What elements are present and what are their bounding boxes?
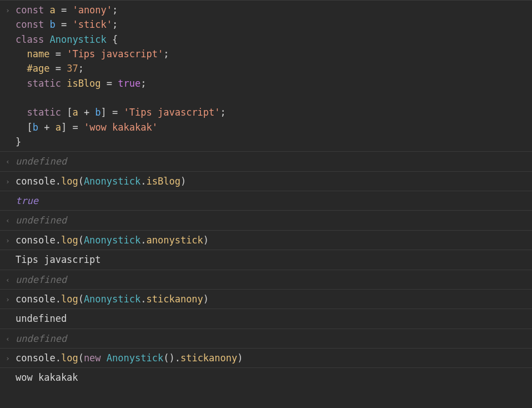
log-fn: log [61, 352, 78, 364]
undefined-output: undefined [16, 331, 532, 346]
var-b: b [95, 107, 101, 118]
keyword-static: static [27, 107, 61, 118]
paren-close: ) [203, 293, 209, 305]
prop-isblog: isBlog [146, 176, 180, 187]
console-output-row: ‹ undefined [0, 151, 532, 171]
console-input-row[interactable]: › console.log(Anonystick.stickanony) [0, 289, 532, 309]
class-ref: Anonystick [84, 176, 140, 187]
blank-gutter [0, 311, 16, 314]
string-literal: 'anony' [72, 4, 112, 16]
keyword-const: const [16, 4, 44, 16]
class-name: Anonystick [49, 34, 106, 45]
code-block: const a = 'anony'; const b = 'stick'; cl… [16, 3, 532, 149]
output-icon: ‹ [0, 331, 16, 345]
console-log-output: true [0, 191, 532, 210]
class-ref: Anonystick [84, 293, 140, 305]
var-a: a [49, 4, 55, 16]
dot: . [56, 293, 61, 305]
plus-op: + [38, 122, 56, 133]
output-icon: ‹ [0, 272, 16, 286]
code-line: console.log(Anonystick.isBlog) [16, 174, 532, 188]
console-input-row[interactable]: › const a = 'anony'; const b = 'stick'; … [0, 0, 532, 151]
console-output-row: ‹ undefined [0, 210, 532, 230]
input-prompt-icon: › [0, 174, 16, 187]
blank-gutter [0, 370, 16, 372]
dot: . [56, 235, 61, 246]
keyword-static: static [27, 78, 61, 89]
console-log-output: Tips javascript [0, 250, 532, 269]
code-line: console.log(Anonystick.stickanony) [16, 292, 532, 306]
paren-open: ( [78, 235, 84, 246]
string-literal: 'Tips javascript' [67, 48, 163, 59]
console-input-row[interactable]: › console.log(new Anonystick().stickanon… [0, 348, 532, 367]
console-obj: console [16, 352, 56, 364]
prop-anonystick: anonystick [146, 235, 203, 246]
log-fn: log [61, 293, 78, 305]
console-input-row[interactable]: › console.log(Anonystick.anonystick) [0, 230, 532, 250]
dot: . [56, 176, 61, 187]
code-line: console.log(Anonystick.anonystick) [16, 233, 532, 247]
bracket-open: [ [27, 122, 32, 133]
string-output: wow kakakak [16, 370, 532, 385]
bool-literal: true [118, 78, 140, 89]
semicolon: ; [140, 78, 146, 89]
undefined-output: undefined [16, 272, 532, 287]
undefined-output: undefined [16, 154, 532, 168]
log-fn: log [61, 235, 78, 246]
number-literal: 37 [67, 63, 78, 74]
output-icon: ‹ [0, 213, 16, 226]
input-prompt-icon: › [0, 292, 16, 305]
space [101, 352, 107, 364]
class-ref: Anonystick [84, 235, 140, 246]
paren-open: ( [78, 176, 84, 187]
input-prompt-icon: › [0, 233, 16, 246]
prop-stickanony: stickanony [146, 293, 203, 305]
dot: . [140, 176, 146, 187]
string-output: Tips javascript [16, 252, 532, 267]
semicolon: ; [78, 63, 84, 74]
dot: . [56, 352, 61, 364]
paren-close: ) [180, 176, 186, 187]
assign-op: = [56, 4, 73, 16]
plus-op: + [78, 107, 96, 118]
var-a: a [56, 122, 61, 133]
dot: . [140, 235, 146, 246]
undefined-output: undefined [16, 213, 532, 227]
var-b: b [49, 19, 55, 30]
var-a: a [72, 107, 78, 118]
paren-close: ) [203, 235, 209, 246]
input-prompt-icon: › [0, 351, 16, 364]
console-input-row[interactable]: › console.log(Anonystick.isBlog) [0, 171, 532, 191]
field-name: name [27, 48, 49, 59]
paren-open: ( [78, 352, 84, 364]
field-isblog: isBlog [67, 78, 101, 89]
string-literal: 'stick' [72, 19, 112, 30]
brace-close: } [16, 136, 21, 147]
dot: . [140, 293, 146, 305]
bool-output: true [16, 193, 532, 208]
console-obj: console [16, 293, 56, 305]
bracket-open: [ [61, 107, 72, 118]
prop-stickanony: stickanony [180, 352, 237, 364]
bracket-close-assign: ] = [61, 122, 84, 133]
output-icon: ‹ [0, 154, 16, 167]
string-literal: 'Tips javascript' [124, 107, 220, 118]
input-prompt-icon: › [0, 3, 16, 16]
console-log-output: wow kakakak [0, 367, 532, 387]
log-fn: log [61, 176, 78, 187]
paren-close: ) [237, 352, 243, 364]
class-ref: Anonystick [107, 352, 163, 364]
assign-op: = [101, 78, 118, 89]
semicolon: ; [112, 4, 118, 16]
semicolon: ; [163, 48, 169, 59]
keyword-new: new [84, 352, 101, 364]
console-obj: console [16, 235, 56, 246]
semicolon: ; [220, 107, 226, 118]
console-output-row: ‹ undefined [0, 329, 532, 348]
blank-gutter [0, 193, 16, 196]
assign-op: = [56, 19, 73, 30]
semicolon: ; [112, 19, 118, 30]
paren-open: ( [78, 293, 84, 305]
assign-op: = [49, 63, 67, 74]
console-output-row: ‹ undefined [0, 270, 532, 289]
